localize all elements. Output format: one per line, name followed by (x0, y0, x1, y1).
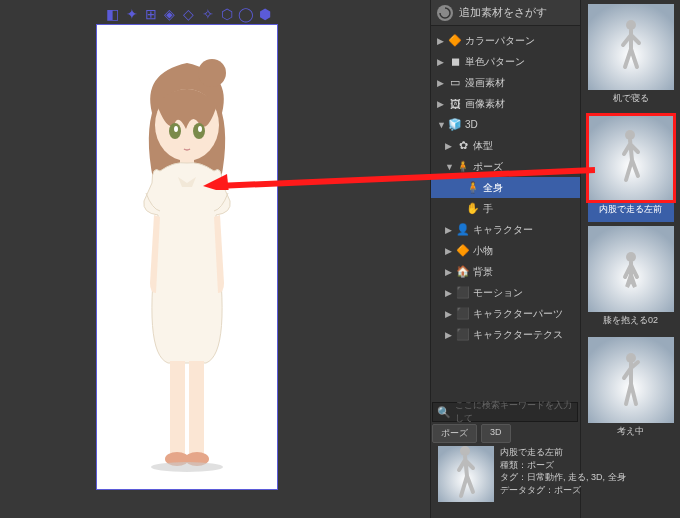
datatag-label: データタグ： (500, 485, 554, 495)
svg-point-0 (198, 59, 226, 87)
label: ポーズ (441, 428, 468, 438)
tool-icon[interactable]: ◈ (161, 6, 178, 23)
canvas-area: ◧ ✦ ⊞ ◈ ◇ ✧ ⬡ ◯ ⬢ (0, 0, 430, 518)
pose-label: 膝を抱える02 (588, 312, 674, 333)
svg-point-4 (174, 126, 178, 132)
label: 全身 (483, 181, 503, 195)
tool-icon[interactable]: ◇ (180, 6, 197, 23)
tool-icon[interactable]: ✧ (199, 6, 216, 23)
pose-label: 考え中 (588, 423, 674, 444)
label: モーション (473, 286, 523, 300)
pose-preview (588, 4, 674, 90)
pose-preview (588, 226, 674, 312)
tree-item-motion[interactable]: ▶⬛モーション (431, 282, 580, 303)
detail-text: 内股で走る左前 種類：ポーズ タグ：日常動作, 走る, 3D, 全身 データタグ… (500, 446, 626, 502)
tree-item-3d[interactable]: ▼🧊3D (431, 114, 580, 135)
pose-label: 内股で走る左前 (588, 201, 674, 222)
pose-preview (588, 337, 674, 423)
search-icon: 🔍 (437, 406, 451, 419)
tool-icon[interactable]: ◯ (237, 6, 254, 23)
tag-label: タグ： (500, 472, 527, 482)
tree-item-small-items[interactable]: ▶🔶小物 (431, 240, 580, 261)
svg-point-5 (198, 126, 202, 132)
pose-thumb[interactable]: 考え中 (588, 337, 674, 444)
detail-preview (438, 446, 494, 502)
tool-icon[interactable]: ⬢ (256, 6, 273, 23)
pose-label: 机で寝る (588, 90, 674, 111)
label: 3D (465, 119, 478, 130)
tool-icon[interactable]: ✦ (123, 6, 140, 23)
filter-buttons: ポーズ 3D (432, 424, 511, 443)
pose-preview (588, 115, 674, 201)
kind-label: 種類： (500, 460, 527, 470)
swirl-icon (437, 5, 453, 21)
filter-pose-button[interactable]: ポーズ (432, 424, 477, 443)
search-materials-header[interactable]: 追加素材をさがす (431, 0, 580, 26)
tree-item-char-parts[interactable]: ▶⬛キャラクターパーツ (431, 303, 580, 324)
tree-item-image[interactable]: ▶🖼画像素材 (431, 93, 580, 114)
tree-item-body[interactable]: ▶✿体型 (431, 135, 580, 156)
placeholder: ここに検索キーワードを入力して (455, 399, 573, 425)
tree-item-character[interactable]: ▶👤キャラクター (431, 219, 580, 240)
tree-item-color-pattern[interactable]: ▶🔶カラーパターン (431, 30, 580, 51)
label: キャラクター (473, 223, 533, 237)
keyword-search-input[interactable]: 🔍 ここに検索キーワードを入力して (432, 402, 578, 422)
label: 小物 (473, 244, 493, 258)
label: 背景 (473, 265, 493, 279)
tool-icon[interactable]: ⊞ (142, 6, 159, 23)
tree-item-pose[interactable]: ▼🧍ポーズ (431, 156, 580, 177)
tool-icon[interactable]: ◧ (104, 6, 121, 23)
kind-value: ポーズ (527, 460, 554, 470)
pose-thumb[interactable]: 机で寝る (588, 4, 674, 111)
label: 画像素材 (465, 97, 505, 111)
selected-pose-detail: 内股で走る左前 種類：ポーズ タグ：日常動作, 走る, 3D, 全身 データタグ… (438, 446, 676, 502)
tree-item-hand[interactable]: ✋手 (431, 198, 580, 219)
tree-item-mono-pattern[interactable]: ▶◼単色パターン (431, 51, 580, 72)
label: 単色パターン (465, 55, 525, 69)
label: 体型 (473, 139, 493, 153)
material-tree: ▶🔶カラーパターン ▶◼単色パターン ▶▭漫画素材 ▶🖼画像素材 ▼🧊3D ▶✿… (431, 26, 580, 349)
svg-point-11 (151, 462, 223, 472)
object-toolbar: ◧ ✦ ⊞ ◈ ◇ ✧ ⬡ ◯ ⬢ (104, 6, 273, 23)
tree-item-char-tex[interactable]: ▶⬛キャラクターテクス (431, 324, 580, 345)
tree-item-manga[interactable]: ▶▭漫画素材 (431, 72, 580, 93)
label: カラーパターン (465, 34, 535, 48)
label: ポーズ (473, 160, 503, 174)
tag-value: 日常動作, 走る, 3D, 全身 (527, 472, 626, 482)
svg-rect-7 (170, 361, 185, 455)
datatag-value: ポーズ (554, 485, 581, 495)
tree-item-background[interactable]: ▶🏠背景 (431, 261, 580, 282)
pose-thumbnails-panel: 机で寝る 内股で走る左前 膝を抱える02 考え中 (580, 0, 680, 518)
detail-title: 内股で走る左前 (500, 446, 626, 459)
character-model[interactable] (112, 53, 262, 473)
label: キャラクターテクス (473, 328, 563, 342)
character-bounding-box[interactable] (96, 24, 278, 490)
label: キャラクターパーツ (473, 307, 563, 321)
tree-item-full-body[interactable]: 🧍全身 (431, 177, 580, 198)
tool-icon[interactable]: ⬡ (218, 6, 235, 23)
pose-thumb-selected[interactable]: 内股で走る左前 (588, 115, 674, 222)
pose-thumb[interactable]: 膝を抱える02 (588, 226, 674, 333)
label: 漫画素材 (465, 76, 505, 90)
filter-3d-button[interactable]: 3D (481, 424, 511, 443)
label: 3D (490, 427, 502, 437)
search-materials-label: 追加素材をさがす (459, 5, 547, 20)
svg-rect-8 (189, 361, 204, 455)
label: 手 (483, 202, 493, 216)
